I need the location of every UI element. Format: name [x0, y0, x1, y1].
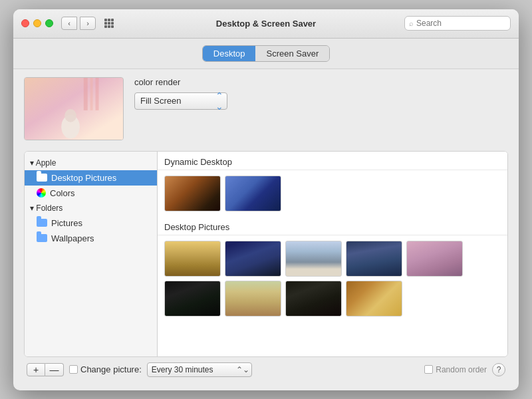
svg-rect-7 — [108, 25, 110, 28]
search-input[interactable] — [416, 19, 506, 28]
apple-group-label: ▾ Apple — [30, 158, 56, 168]
svg-rect-10 — [84, 77, 88, 110]
remove-button[interactable]: — — [45, 363, 64, 376]
titlebar: ‹ › Desktop & Screen Saver ⌕ — [13, 9, 519, 39]
interval-select-wrap: Every 5 seconds Every minute Every 5 min… — [147, 362, 252, 377]
change-picture-label: Change picture: — [80, 364, 142, 374]
change-picture-checkbox-wrap: Change picture: — [69, 364, 142, 374]
sidebar-group-apple: ▾ Apple — [25, 156, 157, 170]
back-button[interactable]: ‹ — [61, 17, 77, 30]
thumbnail-city-1[interactable] — [164, 281, 221, 317]
main-area: ▾ Apple Desktop Pictures Colors ▾ Folder… — [24, 151, 508, 357]
thumbnail-dynamic-2[interactable] — [225, 176, 281, 211]
folders-group-label: ▾ Folders — [30, 203, 63, 213]
toolbar: Desktop Screen Saver — [13, 39, 519, 69]
random-order-label: Random order — [436, 365, 487, 374]
svg-rect-11 — [90, 77, 93, 110]
fill-screen-select[interactable]: Fill Screen — [134, 92, 227, 110]
maximize-button[interactable] — [45, 19, 53, 27]
traffic-lights — [21, 19, 53, 27]
svg-rect-0 — [104, 19, 107, 21]
sidebar-item-desktop-pictures[interactable]: Desktop Pictures — [25, 170, 157, 186]
wallpapers-label: Wallpapers — [51, 233, 94, 243]
main-window: ‹ › Desktop & Screen Saver ⌕ Desktop Scr… — [13, 9, 519, 390]
folder-icon-wallpapers — [37, 234, 47, 242]
pictures-label: Pictures — [51, 218, 82, 228]
bottom-bar: + — Change picture: Every 5 seconds Ever… — [24, 357, 508, 382]
minimize-button[interactable] — [33, 19, 41, 27]
sidebar: ▾ Apple Desktop Pictures Colors ▾ Folder… — [25, 152, 158, 356]
svg-rect-2 — [111, 19, 114, 21]
random-order-area: Random order — [424, 365, 487, 374]
desktop-pictures-label: Desktop Pictures — [51, 173, 116, 183]
folder-icon-pictures — [37, 219, 47, 227]
thumbnail-dynamic-1[interactable] — [164, 176, 221, 211]
grid-area: Dynamic Desktop Desktop Pictures — [158, 152, 507, 356]
preview-thumbnail — [24, 77, 124, 140]
segmented-control: Desktop Screen Saver — [202, 45, 330, 62]
folder-icon-desktop-pictures — [37, 174, 47, 182]
desktop-pictures-title: Desktop Pictures — [158, 217, 507, 235]
forward-button[interactable]: › — [80, 17, 96, 30]
close-button[interactable] — [21, 19, 29, 27]
sidebar-item-pictures[interactable]: Pictures — [25, 215, 157, 231]
thumbnail-desert-2[interactable] — [225, 241, 281, 277]
desktop-pictures-grid — [158, 235, 507, 322]
content-area: color render Fill Screen ⌃⌄ ▾ Apple Desk… — [13, 69, 519, 390]
thumbnail-dunes-2[interactable] — [285, 281, 342, 317]
colors-label: Colors — [50, 188, 75, 198]
sidebar-group-folders: ▾ Folders — [25, 201, 157, 215]
thumbnail-desert-4[interactable] — [346, 241, 402, 277]
help-button[interactable]: ? — [492, 363, 505, 376]
thumbnail-dunes-1[interactable] — [225, 281, 281, 317]
add-button[interactable]: + — [27, 363, 45, 376]
tab-desktop[interactable]: Desktop — [203, 46, 256, 61]
svg-rect-3 — [104, 22, 107, 25]
thumbnail-partial[interactable] — [346, 281, 402, 317]
add-remove-buttons: + — — [27, 363, 64, 376]
color-wheel-icon — [37, 188, 46, 198]
svg-rect-4 — [108, 22, 110, 25]
preview-section: color render Fill Screen ⌃⌄ — [24, 77, 508, 140]
svg-rect-8 — [111, 25, 114, 28]
svg-rect-6 — [104, 25, 107, 28]
sidebar-item-wallpapers[interactable]: Wallpapers — [25, 231, 157, 246]
thumbnail-desert-1[interactable] — [164, 241, 221, 277]
svg-rect-5 — [111, 22, 114, 25]
svg-rect-12 — [96, 77, 99, 110]
random-order-checkbox[interactable] — [424, 365, 433, 374]
svg-rect-1 — [108, 19, 110, 21]
change-picture-area: Change picture: Every 5 seconds Every mi… — [69, 362, 419, 377]
thumbnail-desert-3[interactable] — [285, 241, 342, 277]
sidebar-item-colors[interactable]: Colors — [25, 186, 157, 201]
tab-screen-saver[interactable]: Screen Saver — [255, 46, 329, 61]
interval-select[interactable]: Every 5 seconds Every minute Every 5 min… — [147, 362, 252, 377]
window-title: Desktop & Screen Saver — [216, 19, 316, 29]
dynamic-desktop-title: Dynamic Desktop — [158, 152, 507, 170]
dynamic-desktop-grid — [158, 170, 507, 217]
svg-point-14 — [65, 108, 76, 122]
change-picture-checkbox[interactable] — [69, 365, 78, 374]
search-icon: ⌕ — [409, 19, 414, 27]
grid-view-button[interactable] — [101, 17, 117, 30]
preview-image-inner — [25, 78, 123, 140]
thumbnail-pink-1[interactable] — [406, 241, 463, 277]
preview-controls: color render Fill Screen ⌃⌄ — [134, 77, 227, 110]
fill-screen-select-wrapper: Fill Screen ⌃⌄ — [134, 92, 227, 110]
nav-buttons: ‹ › — [61, 17, 96, 30]
search-box[interactable]: ⌕ — [404, 16, 511, 31]
color-render-label: color render — [134, 77, 227, 87]
